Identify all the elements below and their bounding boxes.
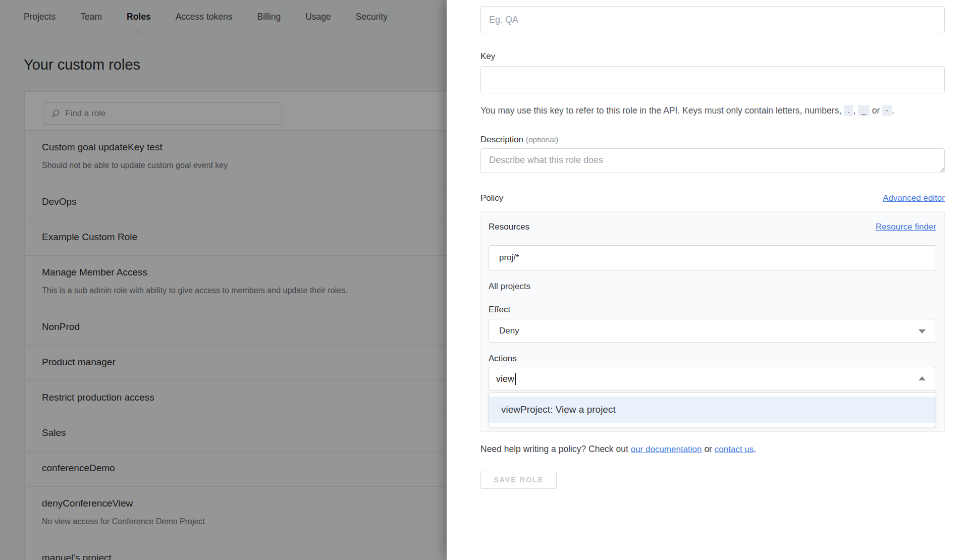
chevron-up-icon [919, 376, 926, 380]
contact-us-link[interactable]: contact us [715, 444, 754, 454]
documentation-link[interactable]: our documentation [631, 444, 702, 454]
actions-value: view [496, 374, 514, 384]
optional-hint: (optional) [526, 135, 559, 144]
policy-box: Resources Resource finder All projects E… [480, 211, 945, 432]
actions-label: Actions [489, 354, 936, 364]
hyphen-token: - [882, 105, 892, 116]
create-role-drawer: Name Key You may use this key to refer t… [447, 0, 969, 560]
save-role-button[interactable]: SAVE ROLE [480, 471, 557, 489]
key-helper-text: You may use this key to refer to this ro… [480, 103, 945, 118]
key-input[interactable] [480, 66, 945, 93]
resources-label: Resources [489, 222, 529, 232]
effect-select[interactable]: Deny [489, 319, 936, 343]
description-label: Description (optional) [480, 135, 945, 145]
underscore-token: _ [858, 105, 870, 116]
name-label: Name [480, 0, 945, 2]
actions-option-viewproject[interactable]: viewProject: View a project [489, 397, 936, 423]
chevron-down-icon [919, 329, 926, 333]
key-label: Key [480, 51, 945, 62]
description-textarea[interactable] [480, 148, 945, 173]
name-input[interactable] [480, 6, 945, 33]
resources-input[interactable] [489, 245, 936, 270]
effect-value: Deny [499, 326, 519, 336]
actions-input[interactable]: view [489, 367, 936, 391]
resource-finder-link[interactable]: Resource finder [876, 222, 936, 232]
resource-scope-hint: All projects [489, 282, 936, 292]
policy-label: Policy [480, 193, 503, 203]
advanced-editor-link[interactable]: Advanced editor [883, 193, 945, 203]
text-cursor [515, 373, 516, 385]
policy-help-text: Need help writing a policy? Check out ou… [480, 444, 945, 455]
actions-dropdown-menu: viewProject: View a project [489, 392, 936, 427]
dot-token: . [844, 105, 853, 116]
app-root: Projects Team Roles Access tokens Billin… [0, 0, 969, 560]
effect-label: Effect [489, 305, 936, 315]
